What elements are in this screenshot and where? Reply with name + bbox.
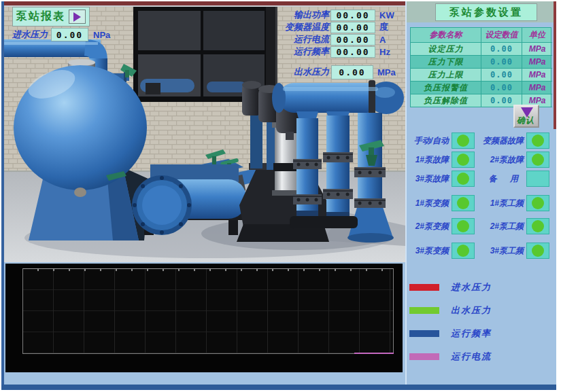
indicator-pump2-vfd: 2#泵变频 [407, 218, 475, 234]
trend-chart-panel [5, 264, 403, 372]
confirm-button[interactable]: 确认 [513, 105, 539, 128]
lamp-spare [526, 171, 549, 187]
legend-item-frequency: 运行频率 [409, 327, 492, 340]
table-row: 设定压力 0.00 MPa [411, 43, 551, 56]
lamp-pump3-vfd [452, 243, 475, 259]
lamp-pump1-fault [452, 152, 475, 168]
indicator-pump2-fault: 2#泵故障 [475, 152, 549, 168]
lamp-dot [532, 220, 544, 232]
lamp-dot [457, 154, 469, 166]
legend-swatch-red [409, 284, 439, 291]
lamp-pump1-mains [526, 195, 549, 211]
param-value-field[interactable]: 0.00 [481, 56, 522, 69]
lamp-pump2-vfd [452, 218, 475, 234]
lamp-pump3-mains [526, 243, 549, 259]
indicator-pump1-fault: 1#泵故障 [407, 152, 475, 168]
indicator-pump3-vfd: 3#泵变频 [407, 243, 475, 259]
col-param-name: 参数名称 [411, 28, 481, 43]
pump-station-3d-view: 泵站报表 进水压力 0.00 NPa 输出功率 00.00 KW 变频器温度 0… [4, 1, 405, 262]
legend-label: 出水压力 [451, 304, 492, 317]
param-value-field[interactable]: 0.00 [481, 43, 522, 56]
output-power-label: 输出功率 [248, 9, 329, 21]
lamp-dot [457, 197, 469, 209]
lamp-dot [457, 220, 469, 232]
lamp-dot [532, 197, 544, 209]
indicator-label: 2#泵故障 [490, 154, 524, 166]
indicator-label: 2#泵工频 [490, 221, 524, 232]
param-value-field[interactable]: 0.00 [481, 82, 522, 94]
inverter-temp-label: 变频器温度 [248, 21, 329, 33]
col-unit: 单位 [522, 28, 552, 43]
param-name: 负压解除值 [411, 94, 481, 107]
param-name: 设定压力 [411, 43, 481, 56]
run-current-trace [354, 353, 394, 354]
table-row: 压力上限 0.00 MPa [411, 69, 551, 82]
legend-swatch-magenta [409, 353, 439, 360]
param-value-field[interactable]: 0.00 [481, 69, 522, 82]
run-frequency-unit: Hz [379, 47, 390, 57]
legend-item-inlet: 进水压力 [409, 281, 492, 293]
play-triangle-icon [73, 12, 81, 22]
indicator-row: 2#泵变频 2#泵工频 [407, 217, 552, 235]
indicator-pump2-mains: 2#泵工频 [475, 218, 549, 234]
parameter-table: 参数名称 设定数值 单位 设定压力 0.00 MPa 压力下限 0.00 MPa… [410, 27, 551, 107]
confirm-button-label: 确认 [517, 115, 534, 126]
indicator-manual-auto: 手动/自动 [407, 132, 475, 149]
bottom-frame-border [1, 385, 556, 390]
lamp-dot [457, 135, 469, 147]
indicator-row: 1#泵变频 1#泵工频 [407, 194, 552, 212]
indicator-pump1-vfd: 1#泵变频 [407, 195, 475, 211]
indicator-row: 3#泵变频 3#泵工频 [407, 242, 552, 260]
indicator-label: 备 用 [489, 173, 524, 185]
indicator-spare: 备 用 [475, 171, 549, 187]
output-power-unit: KW [379, 10, 394, 20]
indicator-pump1-mains: 1#泵工频 [475, 195, 549, 211]
indicator-row: 1#泵故障 2#泵故障 [407, 151, 552, 168]
run-current-value: 00.00 [330, 34, 375, 46]
indicator-label: 3#泵变频 [415, 245, 449, 257]
lamp-manual-auto [452, 132, 475, 149]
readout-row: 变频器温度 00.00 度 [248, 21, 394, 33]
indicator-label: 变频器故障 [483, 135, 524, 147]
legend-item-current: 运行电流 [409, 351, 492, 363]
outlet-pressure-unit: MPa [377, 67, 396, 77]
lamp-pump2-mains [526, 218, 549, 234]
param-name: 压力下限 [411, 56, 481, 69]
lamp-dot [532, 245, 544, 257]
lamp-dot [532, 135, 544, 147]
indicator-label: 1#泵变频 [415, 198, 449, 209]
legend-label: 进水压力 [451, 281, 492, 293]
inverter-temp-unit: 度 [379, 21, 388, 33]
param-name: 负压报警值 [411, 82, 481, 94]
output-power-value: 00.00 [330, 10, 375, 21]
lamp-pump2-fault [526, 152, 549, 168]
outlet-pressure-readout: 出水压力 0.00 MPa [248, 65, 396, 79]
table-header-row: 参数名称 设定数值 单位 [411, 28, 551, 43]
right-edge-decoration [554, 1, 556, 129]
run-current-label: 运行电流 [248, 33, 329, 46]
indicator-label: 3#泵工频 [490, 245, 524, 257]
lamp-pump3-fault [452, 171, 475, 187]
indicator-label: 2#泵变频 [415, 221, 449, 232]
report-button-label: 泵站报表 [16, 10, 65, 24]
panel-title: 泵站参数设置 [435, 3, 537, 21]
report-button[interactable]: 泵站报表 [12, 7, 90, 26]
indicator-label: 3#泵故障 [415, 173, 449, 185]
table-row: 压力下限 0.00 MPa [411, 56, 551, 69]
indicator-label: 1#泵故障 [415, 154, 449, 166]
indicator-pump3-fault: 3#泵故障 [407, 171, 475, 187]
report-open-button[interactable] [69, 10, 86, 24]
table-row: 负压报警值 0.00 MPa [411, 82, 551, 94]
param-unit: MPa [522, 82, 552, 94]
lamp-pump1-vfd [452, 195, 475, 211]
param-name: 压力上限 [411, 69, 481, 82]
hmi-screen: 泵站报表 进水压力 0.00 NPa 输出功率 00.00 KW 变频器温度 0… [0, 0, 561, 392]
indicator-row: 手动/自动 变频器故障 [407, 132, 552, 149]
readout-row: 运行电流 00.00 A [248, 33, 394, 46]
inlet-pressure-label: 进水压力 [12, 29, 48, 41]
outlet-pressure-value: 0.00 [331, 65, 373, 79]
indicator-vfd-fault: 变频器故障 [475, 132, 549, 149]
readout-row: 运行频率 00.00 Hz [248, 46, 394, 58]
run-frequency-label: 运行频率 [248, 46, 329, 58]
param-unit: MPa [522, 43, 552, 56]
